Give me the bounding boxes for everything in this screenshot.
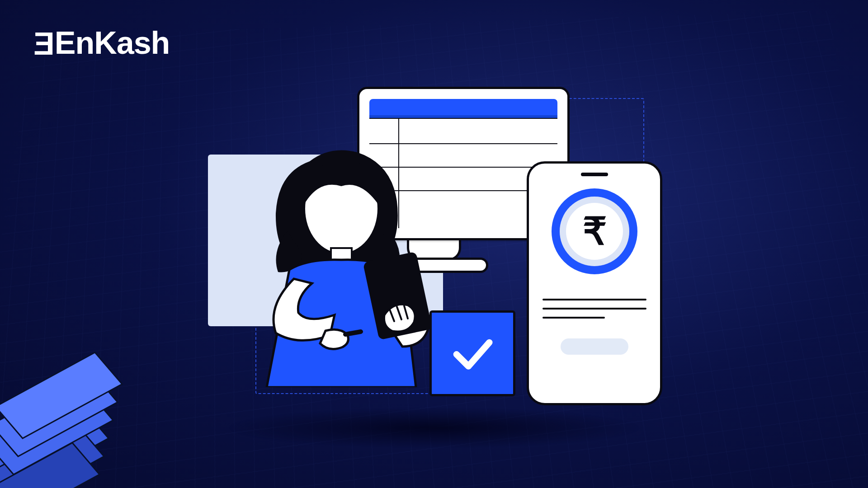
checkbox-checked [429, 310, 515, 396]
brand-logo: EEnKash [34, 25, 170, 61]
stacked-panels-decor [0, 298, 154, 488]
phone-text-lines [542, 291, 646, 326]
phone-cta-pill [561, 338, 628, 355]
smartphone: ₹ [527, 161, 662, 405]
shadow [226, 408, 642, 448]
woman-with-tablet [235, 134, 461, 387]
checkmark-icon [448, 328, 497, 378]
rupee-icon: ₹ [583, 209, 607, 253]
brand-name: EnKash [55, 25, 170, 61]
rupee-badge: ₹ [552, 188, 637, 274]
hero-illustration: ₹ [185, 73, 683, 435]
phone-notch [581, 173, 608, 176]
